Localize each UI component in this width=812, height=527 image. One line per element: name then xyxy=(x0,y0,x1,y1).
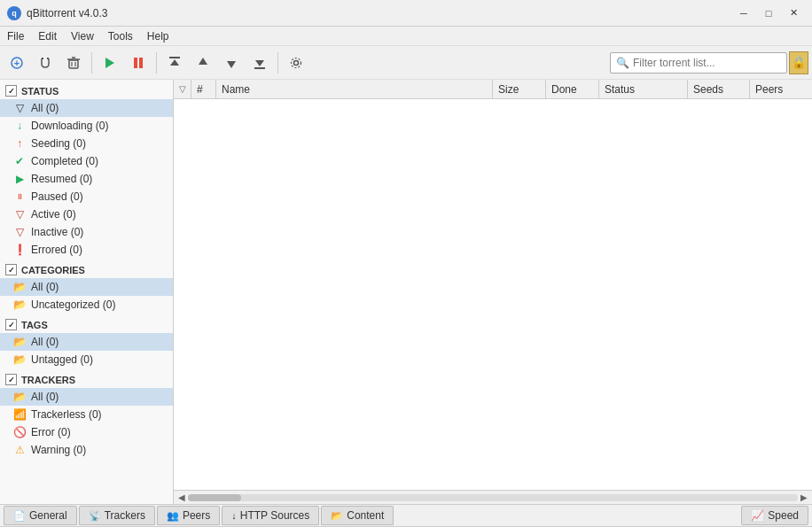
scrollbar-track[interactable] xyxy=(188,494,798,501)
move-down-button[interactable] xyxy=(218,50,245,76)
sidebar-item-errored[interactable]: ❗ Errored (0) xyxy=(0,241,173,259)
sidebar-item-uncategorized[interactable]: 📂 Uncategorized (0) xyxy=(0,296,173,314)
lock-button[interactable]: 🔒 xyxy=(789,51,808,74)
sidebar-item-seeding[interactable]: ↑ Seeding (0) xyxy=(0,135,173,152)
all-cat-label: All (0) xyxy=(31,281,168,293)
sidebar-item-all-status[interactable]: ▽ All (0) xyxy=(0,99,173,117)
menu-file[interactable]: File xyxy=(0,27,31,45)
col-peers[interactable]: Peers xyxy=(750,80,812,98)
completed-icon: ✔ xyxy=(12,154,27,168)
sidebar-item-all-categories[interactable]: 📂 All (0) xyxy=(0,278,173,296)
add-magnet-button[interactable] xyxy=(32,50,59,76)
svg-marker-9 xyxy=(105,58,114,68)
sidebar-item-trackerless[interactable]: 📶 Trackerless (0) xyxy=(0,406,173,423)
tab-peers[interactable]: 👥 Peers xyxy=(157,506,220,525)
sidebar-item-tracker-error[interactable]: 🚫 Error (0) xyxy=(0,423,173,441)
trackers-tab-label: Trackers xyxy=(105,509,145,522)
status-check: ✓ xyxy=(5,85,17,97)
search-icon: 🔍 xyxy=(616,57,629,69)
col-done[interactable]: Done xyxy=(546,80,599,98)
sidebar-item-resumed[interactable]: ▶ Resumed (0) xyxy=(0,170,173,188)
col-size[interactable]: Size xyxy=(493,80,546,98)
untagged-folder-icon: 📂 xyxy=(12,353,27,367)
all-cat-folder-icon: 📂 xyxy=(12,280,27,294)
bottom-tabs: 📄 General 📡 Trackers 👥 Peers ↓ HTTP Sour… xyxy=(0,504,812,527)
completed-label: Completed (0) xyxy=(31,155,168,167)
speed-label: Speed xyxy=(768,509,799,522)
sidebar-item-active[interactable]: ▽ Active (0) xyxy=(0,205,173,223)
toolbar: + xyxy=(0,46,812,80)
inactive-icon: ▽ xyxy=(12,225,27,239)
tags-section-header[interactable]: ✓ TAGS xyxy=(0,314,173,333)
remove-button[interactable] xyxy=(60,50,87,76)
sidebar-item-all-trackers[interactable]: 📂 All (0) xyxy=(0,388,173,406)
peers-tab-icon: 👥 xyxy=(167,510,179,522)
paused-icon: ⏸ xyxy=(12,190,27,204)
col-num[interactable]: # xyxy=(191,80,216,98)
add-torrent-button[interactable]: + xyxy=(4,50,30,76)
col-name[interactable]: Name xyxy=(216,80,493,98)
scroll-left-arrow[interactable]: ◀ xyxy=(176,492,188,502)
trackerless-label: Trackerless (0) xyxy=(31,408,168,421)
speed-button[interactable]: 📈 Speed xyxy=(741,506,808,525)
errored-icon: ❗ xyxy=(12,243,27,257)
categories-check: ✓ xyxy=(5,264,17,275)
pause-button[interactable] xyxy=(125,50,152,76)
downloading-label: Downloading (0) xyxy=(31,120,168,132)
app-icon: q xyxy=(7,6,21,20)
close-button[interactable]: ✕ xyxy=(782,4,805,22)
active-icon: ▽ xyxy=(12,207,27,221)
tracker-warning-icon: ⚠ xyxy=(12,443,27,457)
search-input[interactable] xyxy=(633,57,781,69)
scroll-right-arrow[interactable]: ▶ xyxy=(798,492,810,502)
svg-rect-10 xyxy=(134,58,137,68)
sidebar-item-completed[interactable]: ✔ Completed (0) xyxy=(0,152,173,170)
sidebar-item-all-tags[interactable]: 📂 All (0) xyxy=(0,333,173,351)
menu-edit[interactable]: Edit xyxy=(31,27,64,45)
move-up-button[interactable] xyxy=(190,50,216,76)
sidebar-item-downloading[interactable]: ↓ Downloading (0) xyxy=(0,117,173,135)
main-area: ✓ STATUS ▽ All (0) ↓ Downloading (0) ↑ S… xyxy=(0,80,812,504)
resumed-label: Resumed (0) xyxy=(31,173,168,185)
categories-section-header[interactable]: ✓ CATEGORIES xyxy=(0,259,173,278)
menu-tools[interactable]: Tools xyxy=(101,27,140,45)
svg-rect-11 xyxy=(139,58,143,68)
search-box: 🔍 xyxy=(610,52,787,74)
trackers-section-header[interactable]: ✓ TRACKERS xyxy=(0,368,173,388)
tab-general[interactable]: 📄 General xyxy=(4,506,77,525)
resume-button[interactable] xyxy=(97,50,123,76)
tab-http-sources[interactable]: ↓ HTTP Sources xyxy=(222,506,319,525)
status-section-header[interactable]: ✓ STATUS xyxy=(0,80,173,99)
all-trackers-folder-icon: 📂 xyxy=(12,390,27,404)
uncategorized-label: Uncategorized (0) xyxy=(31,298,168,311)
sidebar-item-paused[interactable]: ⏸ Paused (0) xyxy=(0,188,173,205)
minimize-button[interactable]: ─ xyxy=(732,4,755,22)
horizontal-scrollbar[interactable]: ◀ ▶ xyxy=(174,490,812,504)
svg-text:+: + xyxy=(14,58,20,68)
torrent-header: ▽ # Name Size Done Status Seeds Peers xyxy=(174,80,812,99)
content-tab-icon: 📂 xyxy=(331,510,343,522)
maximize-button[interactable]: □ xyxy=(757,4,780,22)
options-button[interactable] xyxy=(283,50,309,76)
tab-trackers[interactable]: 📡 Trackers xyxy=(79,506,155,525)
general-tab-label: General xyxy=(29,509,67,522)
trackerless-icon: 📶 xyxy=(12,407,27,422)
untagged-label: Untagged (0) xyxy=(31,353,168,366)
status-label: STATUS xyxy=(21,86,59,97)
col-seeds[interactable]: Seeds xyxy=(688,80,750,98)
tags-check: ✓ xyxy=(5,319,17,330)
move-top-button[interactable] xyxy=(161,50,188,76)
tab-content[interactable]: 📂 Content xyxy=(321,506,394,525)
sidebar-item-tracker-warning[interactable]: ⚠ Warning (0) xyxy=(0,441,173,459)
http-sources-tab-label: HTTP Sources xyxy=(240,509,309,522)
trackers-check: ✓ xyxy=(5,374,17,385)
move-bottom-button[interactable] xyxy=(246,50,273,76)
general-tab-icon: 📄 xyxy=(13,510,26,522)
http-sources-tab-icon: ↓ xyxy=(231,510,237,521)
col-status[interactable]: Status xyxy=(599,80,688,98)
sidebar-item-untagged[interactable]: 📂 Untagged (0) xyxy=(0,351,173,368)
sidebar-item-inactive[interactable]: ▽ Inactive (0) xyxy=(0,223,173,241)
menu-help[interactable]: Help xyxy=(140,27,176,45)
menu-view[interactable]: View xyxy=(64,27,101,45)
scrollbar-thumb[interactable] xyxy=(188,494,241,501)
